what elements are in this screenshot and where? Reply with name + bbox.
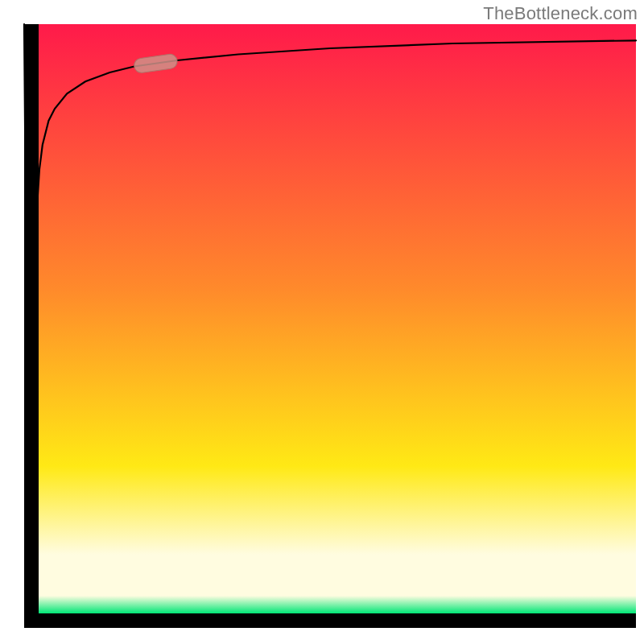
chart-canvas [0,0,644,644]
plot-background [39,24,636,613]
watermark-text: TheBottleneck.com [483,3,638,24]
x-axis [24,613,636,628]
chart-stage: TheBottleneck.com [0,0,644,644]
